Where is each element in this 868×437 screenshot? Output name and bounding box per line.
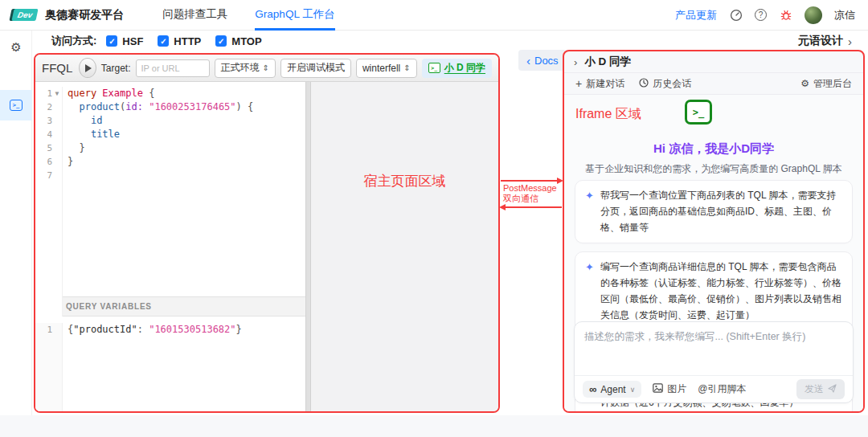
checkbox-http-label: HTTP — [174, 35, 201, 47]
line-number: 3 — [47, 114, 52, 128]
suggestion-card[interactable]: ✦帮我写一个查询位置下商品列表的 TQL 脚本，需要支持分页，返回商品的基础信息… — [575, 180, 853, 243]
environment-select-value: 正式环境 — [221, 61, 260, 75]
line-number: 1 — [47, 87, 52, 100]
xiao-d-terminal-logo-icon: >_ — [685, 100, 712, 125]
attach-image-button[interactable]: 图片 — [653, 382, 686, 396]
access-mode-checkboxes: ✓ HSF ✓ HTTP ✓ MTOP — [106, 35, 261, 47]
code-line: } — [68, 155, 253, 169]
postmessage-line1: PostMessage — [503, 183, 557, 194]
checkbox-mtop-label: MTOP — [231, 35, 261, 47]
code-token: product — [79, 101, 120, 112]
sparkle-icon: ✦ — [585, 188, 594, 235]
app-title: 奥德赛研发平台 — [45, 8, 124, 22]
fold-caret-icon: ▼ — [52, 87, 62, 100]
bug-report-icon[interactable] — [779, 8, 792, 22]
code-line: id — [68, 114, 253, 128]
design-link-label: 元语设计 — [798, 34, 843, 48]
postmessage-annotation: PostMessage 双向通信 — [503, 183, 557, 204]
admin-console-button[interactable]: ⚙ 管理后台 — [800, 77, 852, 91]
terminal-icon: >_ — [10, 100, 23, 111]
admin-label: 管理后台 — [813, 77, 852, 91]
suggestion-text: 编写一个查询商品详细信息的 TQL 脚本，需要包含商品的各种标签（认证标签、能力… — [600, 259, 842, 323]
variables-editor-code: {"productId": "1601530513682"} — [63, 323, 242, 411]
infinity-icon: ∞ — [589, 383, 596, 395]
agent-mode-select[interactable]: ∞ Agent ∨ — [583, 381, 641, 398]
query-editor-gutter: 1▼234567 — [35, 87, 63, 296]
query-editor-column: 1▼234567 query Example { product(id: "16… — [35, 82, 305, 411]
code-token: "1600253176465" — [149, 101, 235, 112]
code-token: } — [68, 142, 85, 153]
enable-debug-mode-button[interactable]: 开启调试模式 — [280, 59, 351, 78]
query-editor[interactable]: 1▼234567 query Example { product(id: "16… — [35, 82, 305, 296]
help-icon[interactable]: ? — [755, 9, 767, 21]
docs-button-label: Docs — [534, 55, 559, 67]
agent-label: Agent — [600, 384, 625, 395]
settings-gear-icon[interactable]: ⚙ — [0, 40, 32, 55]
query-editor-code: query Example { product(id: "16002531764… — [63, 87, 253, 296]
code-token: id — [91, 115, 102, 126]
send-button-label: 发送 — [805, 382, 824, 396]
suggestion-card[interactable]: ✦编写一个查询商品详细信息的 TQL 脚本，需要包含商品的各种标签（认证标签、能… — [575, 251, 853, 331]
product-update-link[interactable]: 产品更新 — [675, 8, 717, 22]
result-pane: 宿主页面区域 — [311, 82, 498, 411]
assistant-greeting: Hi 凉信，我是小D同学 — [564, 141, 863, 157]
postmessage-arrow-right — [501, 180, 562, 182]
code-line: } — [68, 141, 253, 155]
environment-select[interactable]: 正式环境 ⇕ — [215, 59, 276, 78]
code-line: query Example { — [68, 87, 253, 100]
access-mode-label: 访问方式: — [51, 34, 96, 48]
chevron-down-icon: ∨ — [630, 386, 636, 394]
iframe-area-annotation: Iframe 区域 — [575, 106, 641, 123]
gutter-line: 5 — [35, 141, 62, 155]
checkbox-http[interactable]: ✓ HTTP — [158, 35, 201, 47]
graphql-body: 1▼234567 query Example { product(id: "16… — [35, 82, 498, 411]
meta-language-design-link[interactable]: 元语设计 › — [798, 34, 852, 48]
checkbox-mtop[interactable]: ✓ MTOP — [215, 35, 261, 47]
code-token: title — [91, 129, 120, 140]
code-line: product(id: "1600253176465") { — [68, 100, 253, 114]
code-token — [68, 129, 91, 140]
chat-actions-bar: ∞ Agent ∨ 图片 @引用脚本 发送 — [575, 375, 853, 402]
docs-button[interactable]: ‹ Docs — [518, 50, 567, 71]
history-button[interactable]: 历史会话 — [639, 77, 691, 91]
gutter-line: 7 — [35, 169, 62, 182]
user-avatar[interactable] — [805, 6, 822, 24]
tab-problem-troubleshooting[interactable]: 问题排查工具 — [162, 0, 227, 31]
pane-resize-divider[interactable] — [305, 82, 311, 411]
assistant-toolbar: + 新建对话 历史会话 ⚙ 管理后台 — [564, 73, 863, 95]
code-token: } — [68, 156, 73, 167]
line-number: 6 — [47, 155, 52, 169]
tab-graphql-workbench[interactable]: GraphQL 工作台 — [255, 0, 334, 31]
execute-query-button[interactable] — [79, 58, 96, 78]
checkbox-checked-icon: ✓ — [158, 35, 169, 47]
query-variables-title[interactable]: QUERY VARIABLES — [63, 296, 305, 317]
code-line: title — [68, 128, 253, 141]
dashboard-icon[interactable] — [729, 8, 743, 22]
chat-input-box[interactable]: 描述您的需求，我来帮您编写... (Shift+Enter 换行) ∞ Agen… — [574, 321, 854, 403]
assistant-content: Iframe 区域 >_ Hi 凉信，我是小D同学 基于企业知识和您的需求，为您… — [564, 95, 863, 411]
send-button[interactable]: 发送 — [796, 379, 845, 399]
code-token: query — [68, 88, 102, 99]
suggestion-text: 帮我写一个查询位置下商品列表的 TQL 脚本，需要支持分页，返回商品的基础信息如… — [600, 188, 842, 235]
gutter-line: 3 — [35, 114, 62, 128]
reference-script-button[interactable]: @引用脚本 — [698, 382, 746, 396]
checkbox-hsf[interactable]: ✓ HSF — [106, 35, 143, 47]
xiao-d-assistant-button[interactable]: >_ 小 D 同学 — [422, 59, 492, 78]
top-header: Dev 奥德赛研发平台 问题排查工具 GraphQL 工作台 产品更新 ? 凉信 — [0, 0, 868, 31]
checkbox-checked-icon: ✓ — [215, 35, 227, 47]
app-select[interactable]: winterfell ⇕ — [356, 59, 417, 78]
code-token: "productId" — [73, 324, 137, 335]
new-chat-button[interactable]: + 新建对话 — [575, 77, 624, 91]
target-input[interactable] — [136, 59, 210, 77]
variables-editor[interactable]: 1 {"productId": "1601530513682"} — [35, 317, 305, 411]
gutter-line: 1▼ — [35, 87, 62, 100]
rail-item-graphql-terminal[interactable]: >_ — [0, 90, 32, 120]
gear-icon: ⚙ — [800, 78, 809, 89]
terminal-icon: >_ — [428, 63, 440, 73]
code-token: } — [236, 324, 242, 335]
collapse-chevron-icon[interactable]: › — [574, 56, 577, 68]
image-icon — [653, 383, 663, 395]
assistant-header: › 小 D 同学 — [564, 51, 863, 73]
gutter-line: 2 — [35, 100, 62, 114]
host-area-annotation: 宿主页面区域 — [311, 172, 498, 190]
